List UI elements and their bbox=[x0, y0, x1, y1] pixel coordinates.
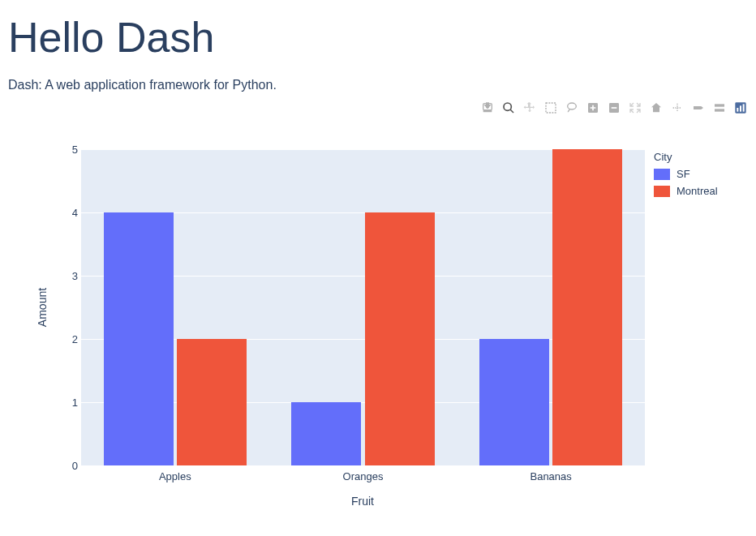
legend: City SF Montreal bbox=[654, 151, 718, 200]
legend-item-montreal[interactable]: Montreal bbox=[654, 183, 718, 199]
box-select-icon[interactable] bbox=[543, 101, 558, 115]
page-subtitle: Dash: A web application framework for Py… bbox=[8, 78, 748, 92]
svg-point-3 bbox=[504, 103, 511, 110]
svg-rect-15 bbox=[740, 105, 741, 111]
bar-montreal-oranges[interactable] bbox=[365, 212, 435, 465]
legend-swatch-montreal bbox=[654, 186, 670, 197]
y-axis-label: Amount bbox=[36, 288, 49, 327]
svg-line-4 bbox=[510, 109, 513, 113]
svg-rect-5 bbox=[546, 103, 556, 113]
lasso-select-icon[interactable] bbox=[565, 101, 579, 115]
legend-label-sf: SF bbox=[677, 168, 690, 180]
svg-point-2 bbox=[486, 105, 489, 109]
pan-icon[interactable] bbox=[522, 101, 537, 115]
reset-axes-icon[interactable] bbox=[649, 101, 664, 115]
zoom-out-icon[interactable] bbox=[607, 101, 621, 115]
plotly-toolbar bbox=[480, 101, 748, 115]
download-icon[interactable] bbox=[480, 101, 495, 115]
zoom-in-icon[interactable] bbox=[586, 101, 600, 115]
page-title: Hello Dash bbox=[8, 13, 748, 62]
svg-rect-16 bbox=[743, 104, 745, 111]
bar-sf-oranges[interactable] bbox=[291, 402, 361, 465]
y-gridline bbox=[81, 465, 645, 466]
zoom-icon[interactable] bbox=[501, 101, 516, 115]
plot-background bbox=[81, 149, 645, 465]
autoscale-icon[interactable] bbox=[628, 101, 642, 115]
y-tick-label: 0 bbox=[65, 460, 78, 472]
x-tick-label: Bananas bbox=[530, 470, 571, 482]
x-tick-label: Apples bbox=[159, 470, 191, 482]
bar-montreal-apples[interactable] bbox=[177, 339, 247, 465]
legend-item-sf[interactable]: SF bbox=[654, 166, 718, 182]
spike-lines-icon[interactable] bbox=[670, 101, 685, 115]
legend-swatch-sf bbox=[654, 169, 670, 180]
svg-rect-11 bbox=[715, 104, 724, 106]
svg-point-6 bbox=[568, 103, 577, 109]
y-tick-label: 5 bbox=[65, 144, 78, 156]
svg-rect-12 bbox=[715, 109, 724, 111]
hover-compare-icon[interactable] bbox=[712, 101, 727, 115]
y-tick-label: 2 bbox=[65, 333, 78, 345]
plot-area[interactable]: Amount Fruit City SF Montreal 012345Appl… bbox=[8, 141, 748, 522]
y-tick-label: 1 bbox=[65, 397, 78, 409]
hover-closest-icon[interactable] bbox=[691, 101, 706, 115]
y-tick-label: 3 bbox=[65, 270, 78, 282]
x-tick-label: Oranges bbox=[343, 470, 384, 482]
chart-container: Amount Fruit City SF Montreal 012345Appl… bbox=[8, 101, 748, 522]
bar-montreal-bananas[interactable] bbox=[552, 149, 622, 465]
x-axis-label: Fruit bbox=[351, 495, 374, 508]
y-tick-label: 4 bbox=[65, 207, 78, 219]
bar-sf-apples[interactable] bbox=[104, 212, 174, 465]
svg-rect-14 bbox=[737, 108, 738, 112]
bar-sf-bananas[interactable] bbox=[479, 339, 549, 465]
legend-title: City bbox=[654, 151, 718, 163]
legend-label-montreal: Montreal bbox=[677, 185, 718, 197]
plotly-logo-icon[interactable] bbox=[733, 101, 748, 115]
